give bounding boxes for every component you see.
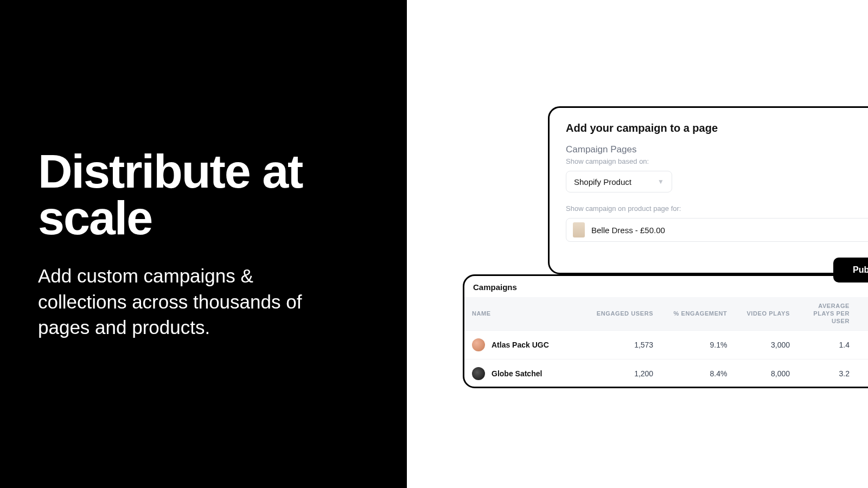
cell-avg: 3.2 bbox=[797, 359, 857, 388]
campaigns-table: NAME ENGAGED USERS % ENGAGEMENT VIDEO PL… bbox=[464, 297, 868, 388]
hero-headline: Distribute at scale bbox=[38, 148, 369, 241]
publish-label: Publish bbox=[853, 265, 868, 275]
publish-button[interactable]: Publish bbox=[833, 258, 868, 282]
col-avg[interactable]: AVERAGE PLAYS PER USER bbox=[797, 297, 857, 331]
cell-avg: 1.4 bbox=[797, 331, 857, 359]
col-pct[interactable]: % ENGAGEMENT bbox=[661, 297, 735, 331]
cell-plays: 8,000 bbox=[735, 359, 797, 388]
based-on-value: Shopify Product bbox=[574, 177, 631, 187]
cell-pct: 8.4% bbox=[661, 359, 735, 388]
table-row[interactable]: Globe Satchel 1,200 8.4% 8,000 3.2 3m 45… bbox=[464, 359, 868, 388]
cell-view: 9h 45m bbox=[857, 331, 868, 359]
table-row[interactable]: Atlas Pack UGC 1,573 9.1% 3,000 1.4 9h 4… bbox=[464, 331, 868, 359]
based-on-select[interactable]: Shopify Product ▼ bbox=[566, 171, 672, 192]
campaign-name: Atlas Pack UGC bbox=[492, 341, 549, 349]
cell-plays: 3,000 bbox=[735, 331, 797, 359]
add-campaign-card: Add your campaign to a page Campaign Pag… bbox=[548, 106, 868, 274]
selected-product-label: Belle Dress - £50.00 bbox=[591, 226, 665, 235]
selected-product-row[interactable]: Belle Dress - £50.00 bbox=[566, 218, 868, 242]
campaign-pages-label: Campaign Pages bbox=[566, 144, 868, 155]
table-header-row: NAME ENGAGED USERS % ENGAGEMENT VIDEO PL… bbox=[464, 297, 868, 331]
campaigns-title: Campaigns bbox=[464, 276, 868, 297]
config-title: Add your campaign to a page bbox=[566, 122, 868, 134]
campaign-avatar-icon bbox=[472, 367, 485, 380]
based-on-hint: Show campaign based on: bbox=[566, 157, 868, 165]
cell-view: 3m 45s bbox=[857, 359, 868, 388]
col-view[interactable]: VIEWING TIME bbox=[857, 297, 868, 331]
cell-pct: 9.1% bbox=[661, 331, 735, 359]
chevron-down-icon: ▼ bbox=[658, 178, 664, 185]
hero-subline: Add custom campaigns & collections acros… bbox=[38, 263, 342, 340]
campaign-avatar-icon bbox=[472, 338, 485, 351]
col-name[interactable]: NAME bbox=[464, 297, 584, 331]
col-engaged[interactable]: ENGAGED USERS bbox=[584, 297, 661, 331]
cell-engaged: 1,573 bbox=[584, 331, 661, 359]
hero-panel: Distribute at scale Add custom campaigns… bbox=[0, 0, 407, 488]
cell-engaged: 1,200 bbox=[584, 359, 661, 388]
product-thumb-icon bbox=[573, 222, 585, 237]
campaign-name: Globe Satchel bbox=[492, 369, 542, 378]
campaigns-card: Campaigns NAME ENGAGED USERS % ENGAGEMEN… bbox=[463, 274, 868, 388]
col-plays[interactable]: VIDEO PLAYS bbox=[735, 297, 797, 331]
on-page-hint: Show campaign on product page for: bbox=[566, 204, 868, 213]
